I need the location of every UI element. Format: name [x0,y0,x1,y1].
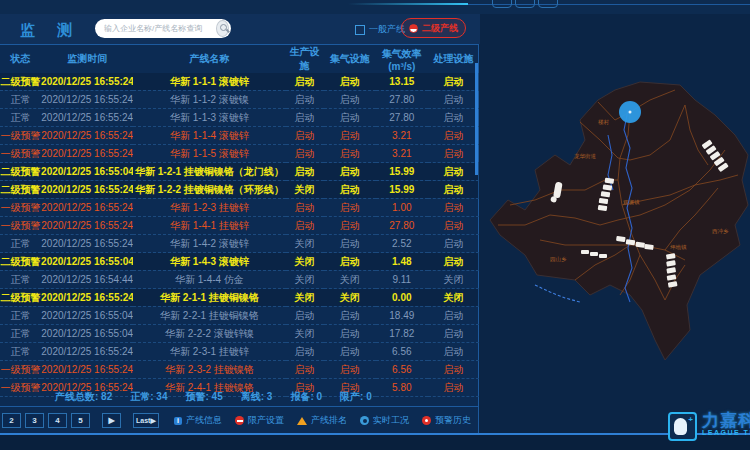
table-row[interactable]: 二级预警2020/12/25 16:55:24华新 1-2-2 挂镀铜镍铬（环形… [0,181,479,199]
search-box[interactable] [95,19,231,38]
legend-label: 预警历史 [435,414,471,427]
cell-prod: 关闭 [286,181,324,199]
cell-treat: 启动 [428,91,479,109]
table-row[interactable]: 正常2020/12/25 16:55:24华新 1-1-2 滚镀镍启动启动27.… [0,91,479,109]
legend-button-4[interactable]: 实时工况 [360,414,409,427]
cell-prod: 启动 [286,361,324,379]
map-place-label: 园山乡 [550,256,567,263]
search-input[interactable] [95,20,216,37]
page-button-2[interactable]: 2 [2,413,21,428]
search-icon-handle [226,29,230,33]
cell-treat: 启动 [428,181,479,199]
footer-legend: i产线信息限产设置产线排名实时工况预警历史 [174,414,471,427]
table-row[interactable]: 一级预警2020/12/25 16:55:24华新 1-4-1 挂镀锌启动启动2… [0,217,479,235]
cell-time: 2020/12/25 16:55:24 [41,73,133,91]
map-place-label: 楼村 [598,119,610,126]
cell-eff: 15.99 [376,163,428,181]
table-row[interactable]: 二级预警2020/12/25 16:55:24华新 2-1-1 挂镀铜镍铬关闭关… [0,289,479,307]
summary-item: 正常: 34 [130,390,167,404]
cell-status: 正常 [0,343,41,361]
glow-line-decoration [348,3,468,5]
cell-eff: 27.80 [376,91,428,109]
cell-time: 2020/12/25 16:55:24 [41,109,133,127]
table-row[interactable]: 一级预警2020/12/25 16:55:24华新 2-3-2 挂镀镍铬启动启动… [0,361,479,379]
legend-button-2[interactable]: 限产设置 [235,414,284,427]
cell-name: 华新 1-1-1 滚镀锌 [133,73,285,91]
search-button[interactable] [216,20,229,37]
cell-gas: 启动 [324,73,376,91]
legend-label: 产线排名 [311,414,347,427]
column-header: 产线名称 [133,45,285,73]
table-row[interactable]: 正常2020/12/25 16:55:24华新 1-4-2 滚镀锌关闭启动2.5… [0,235,479,253]
map-place-label: 龙华街道 [574,153,597,160]
general-line-filter[interactable]: 一般产线 [355,23,405,36]
cell-prod: 关闭 [286,271,324,289]
cell-prod: 关闭 [286,289,324,307]
cell-gas: 启动 [324,361,376,379]
cell-prod: 启动 [286,199,324,217]
cell-eff: 17.82 [376,325,428,343]
cell-time: 2020/12/25 16:55:24 [41,343,133,361]
cell-eff: 6.56 [376,343,428,361]
table-row[interactable]: 一级预警2020/12/25 16:55:24华新 1-1-4 滚镀锌启动启动3… [0,127,479,145]
cell-name: 华新 2-3-2 挂镀镍铬 [133,361,285,379]
vendor-logo: + 力嘉科技 LEAGUE TECH [668,412,750,441]
cell-prod: 启动 [286,91,324,109]
cell-treat: 启动 [428,127,479,145]
table-row[interactable]: 正常2020/12/25 16:55:04华新 2-2-1 挂镀铜镍铬启动启动1… [0,307,479,325]
cell-status: 正常 [0,91,41,109]
table-row[interactable]: 正常2020/12/25 16:55:04华新 2-2-2 滚镀锌镍关闭启动17… [0,325,479,343]
cell-prod: 启动 [286,163,324,181]
table-row[interactable]: 二级预警2020/12/25 16:55:24华新 1-1-1 滚镀锌启动启动1… [0,73,479,91]
summary-bar: 产线总数: 82正常: 34预警: 45离线: 3报备: 0限产: 0 [0,387,479,406]
cell-name: 华新 2-2-1 挂镀铜镍铬 [133,307,285,325]
table-row[interactable]: 一级预警2020/12/25 16:55:24华新 1-2-3 挂镀锌启动启动1… [0,199,479,217]
cell-treat: 启动 [428,343,479,361]
region-map[interactable]: 楼村龙华街道观澜镇坪地镇西冲乡园山乡 [480,40,750,435]
cell-name: 华新 1-2-1 挂镀铜镍铬（龙门线） [133,163,285,181]
cell-prod: 启动 [286,127,324,145]
cell-name: 华新 1-1-4 滚镀锌 [133,127,285,145]
cell-eff: 27.80 [376,217,428,235]
table-row[interactable]: 一级预警2020/12/25 16:55:24华新 1-1-5 滚镀锌启动启动3… [0,145,479,163]
alert-button-label: 二级产线 [422,22,458,35]
table-row[interactable]: 二级预警2020/12/25 16:55:04华新 1-4-3 滚镀锌关闭启动1… [0,253,479,271]
checkbox-icon[interactable] [355,25,365,35]
cell-status: 一级预警 [0,217,41,235]
top-bar [0,0,750,14]
summary-item: 离线: 3 [241,390,273,404]
summary-item: 产线总数: 82 [55,390,112,404]
cell-time: 2020/12/25 16:54:44 [41,271,133,289]
cell-gas: 启动 [324,127,376,145]
cell-eff: 0.00 [376,289,428,307]
cell-gas: 启动 [324,145,376,163]
table-row[interactable]: 正常2020/12/25 16:54:44华新 1-4-4 仿金关闭关闭9.11… [0,271,479,289]
legend-button-3[interactable]: 产线排名 [297,414,347,427]
level2-line-button[interactable]: 二级产线 [401,18,466,38]
cell-eff: 15.99 [376,181,428,199]
legend-button-1[interactable]: i产线信息 [174,414,222,427]
next-page-button[interactable]: ▶ [102,413,121,428]
legend-label: 限产设置 [248,414,284,427]
summary-item: 限产: 0 [340,390,372,404]
last-page-button[interactable]: Last▶ [133,413,159,428]
cell-status: 正常 [0,109,41,127]
cell-eff: 27.80 [376,109,428,127]
panel-footer: 2345▶Last▶ i产线信息限产设置产线排名实时工况预警历史 [0,406,479,434]
cell-status: 二级预警 [0,181,41,199]
cell-eff: 2.52 [376,235,428,253]
legend-button-5[interactable]: 预警历史 [422,414,471,427]
cell-gas: 启动 [324,91,376,109]
info-square-icon: i [174,417,182,425]
page-button-3[interactable]: 3 [25,413,44,428]
page-button-5[interactable]: 5 [71,413,90,428]
page-button-4[interactable]: 4 [48,413,67,428]
cell-treat: 启动 [428,163,479,181]
clipped-tab-decoration [538,0,558,8]
table-row[interactable]: 正常2020/12/25 16:55:24华新 2-3-1 挂镀锌启动启动6.5… [0,343,479,361]
table-scrollbar[interactable] [475,63,478,175]
cell-time: 2020/12/25 16:55:24 [41,217,133,235]
table-row[interactable]: 正常2020/12/25 16:55:24华新 1-1-3 滚镀锌启动启动27.… [0,109,479,127]
cell-treat: 启动 [428,361,479,379]
table-row[interactable]: 二级预警2020/12/25 16:55:04华新 1-2-1 挂镀铜镍铬（龙门… [0,163,479,181]
